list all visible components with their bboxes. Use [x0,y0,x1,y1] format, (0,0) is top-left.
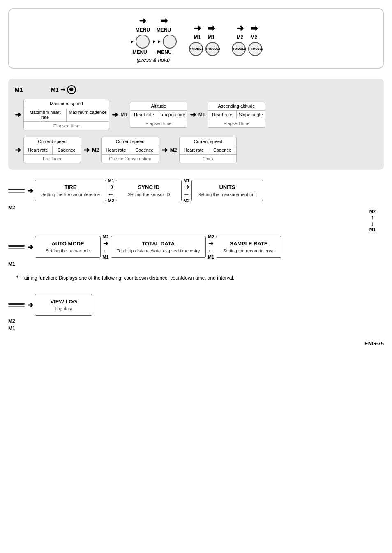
m2-button-2[interactable]: ◄◄MODE2 [248,42,262,56]
m2-bot-2: M2 [183,198,189,203]
m2-label-1: M2 [236,35,243,40]
right-arrow-4: ➜ [208,239,214,247]
left-arrow-4: ← [208,247,214,255]
m2-card-1-right: Cadence [52,146,81,154]
m1-bot-4: M1 [208,255,214,259]
m2-top-3: M2 [102,234,108,239]
press-hold-label: (press & hold) [137,57,170,63]
m2-circle-row: ◄MODE2 ◄◄MODE2 [232,42,262,56]
m2-group: ➜ M2 ➡ M2 ◄MODE2 ◄◄MODE2 [232,23,262,56]
totaldata-title: TOTAL DATA [117,241,200,247]
m1-between-label-1: M1 [120,112,127,118]
m2-card-2-left: Heart rate [102,146,130,154]
m1-top-1: M1 [108,178,114,183]
sync-id-title: SYNC ID [122,184,175,190]
m2-card-3-left: Heart rate [180,146,208,154]
m1-between-arrow-1: ➜ [112,110,118,119]
m1-row: ➜ Maximum speed Maximum heart rate Maxim… [15,99,377,130]
m1-subtitle-area: M1 ➡ ❶ [51,85,76,94]
up-arrow-icon: ↑ [371,214,374,220]
mode-section-header: M1 M1 ➡ ❶ [15,85,377,94]
m1-main-label: M1 [15,86,23,93]
tire-card: TIRE Setting the tire circumference [35,180,106,201]
menu-group: ➜ MENU ➡ MENU ► MENU ►► MENU [130,16,177,63]
left-arrow-1: ← [108,191,114,198]
m2-bot-1: M2 [108,198,114,203]
m1-circle-row: ◄MODE1 ◄◄MODE1 [189,42,219,56]
m1-bot-3: M1 [102,255,108,259]
m1-card-3-top: Ascending altitude [208,102,265,111]
menu-arrow-pair: ➜ MENU ➡ MENU [136,16,171,33]
thick-line-1 [8,189,25,190]
menu-ff-icon: ►► [152,39,162,44]
settings-row-2: ➜ AUTO MODE Setting the auto-mode M2 ➜ ←… [8,234,384,259]
m1-arrow-double: ➡ [208,23,215,34]
right-arrow-2: ➜ [184,183,189,191]
left-arrow-2: ← [183,191,190,198]
menu-circle-row: ► MENU ►► MENU [130,35,177,55]
m1-button-1[interactable]: ◄MODE1 [189,42,203,56]
circle-1-icon: ❶ [67,85,76,94]
m1-left-label: M1 [8,261,15,267]
m2-up-label: M2 [369,209,376,214]
m1-indicator-2: M1 ➜ ← M2 [183,178,190,203]
samplerate-subtitle: Setting the record interval [222,248,275,253]
settings-section: ➜ TIRE Setting the tire circumference M1… [8,178,384,259]
mode-diagram-section: M1 M1 ➡ ❶ ➜ Maximum speed Maximum heart … [8,79,384,170]
m2-card-2: Current speed Heart rate Cadence Calorie… [101,137,159,163]
viewlog-section: ➜ VIEW LOG Log data M2 M1 [8,294,384,316]
m1-card-1-left: Maximum heart rate [24,108,66,121]
m2-button-1[interactable]: ◄MODE2 [232,42,246,56]
m2-card-2-mid: Heart rate Cadence [102,146,159,155]
m1-card-3-bot: Elapsed time [208,119,265,127]
m2-left-label: M2 [8,205,15,211]
menu-play-icon: ► [130,39,135,44]
top-button-diagram: ➜ MENU ➡ MENU ► MENU ►► MENU [8,8,384,69]
m1-label-1: M1 [194,35,201,40]
menu-arrow-single: ➜ [139,16,146,26]
mode2-label-1: ◄MODE2 [231,47,246,51]
m2-row: ➜ Current speed Heart rate Cadence Lap t… [15,137,377,163]
down-arrow-icon: ↓ [371,220,374,227]
m2-card-1-mid: Heart rate Cadence [24,146,81,155]
m1-group: ➜ M1 ➡ M1 ◄MODE1 ◄◄MODE1 [189,23,219,56]
m2-card-1-bot: Lap timer [24,155,81,163]
right-arrow-3: ➜ [103,239,108,247]
m1-card-2-left: Heart rate [130,111,158,119]
m1-top-2: M1 [183,178,189,183]
menu-button-1[interactable] [136,35,150,49]
thick-line-vl [8,303,25,305]
m2-card-1-top: Current speed [24,137,81,146]
viewlog-title: VIEW LOG [41,298,86,305]
page-number: ENG-75 [8,340,384,347]
m2-row-arrow: ➜ [15,146,21,155]
menu-circle-label-1: MENU [132,49,147,55]
m2m1-vertical: M2 ↑ ↓ M1 [8,209,376,232]
m1-row-arrow: ➜ [15,110,21,119]
menu-label-1: MENU [136,27,150,33]
m1-arrow-single: ➜ [194,23,201,34]
m2-between-label-1: M2 [92,147,99,153]
footer-section: * Training function: Displays one of the… [8,274,384,282]
settings-arrow-2: ➜ [27,243,33,252]
menu-label-2: MENU [157,27,171,33]
settings-row-1: ➜ TIRE Setting the tire circumference M1… [8,178,384,203]
menu-button-2[interactable] [163,35,177,49]
thin-line-1 [8,192,25,193]
settings-left-lines-1 [8,189,25,193]
viewlog-arrow: ➜ [27,301,33,310]
m1-card-2-mid: Heart rate Temperature [130,111,187,119]
m1-sub-label: M1 [51,86,58,93]
m1-indicator-1: M1 ➜ ← M2 [108,178,114,203]
m2-between-label-2: M2 [170,147,177,153]
mode1-label-2: ◄◄MODE1 [204,47,220,50]
thick-line-2 [8,245,25,247]
totaldata-subtitle: Total trip distance/total elapsed time e… [117,248,200,253]
m1-card-1-top: Maximum speed [24,99,109,108]
m2-between-arrow-2: ➜ [161,146,168,155]
thin-line-vl [8,306,25,307]
m1-down-label: M1 [369,227,376,232]
m1-between-arrow-2: ➜ [190,110,196,119]
m1-button-2[interactable]: ◄◄MODE1 [205,42,219,56]
left-arrow-3: ← [102,247,109,255]
